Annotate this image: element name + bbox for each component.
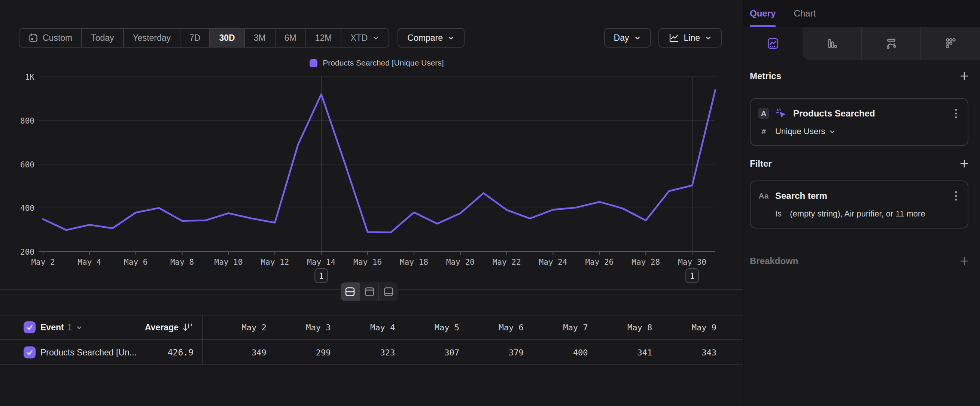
layout-toggle — [340, 282, 398, 301]
granularity-button[interactable]: Day — [604, 28, 651, 48]
funnels-icon — [825, 36, 839, 51]
event-column-header[interactable]: Event — [40, 322, 64, 333]
svg-text:1: 1 — [319, 272, 324, 280]
date-range-yesterday[interactable]: Yesterday — [124, 29, 180, 47]
table-only-icon — [383, 287, 394, 297]
filter-value[interactable]: (empty string), Air purifier, or 11 more — [790, 209, 925, 219]
x-axis-label: May 24 — [539, 258, 568, 267]
x-axis-label: May 10 — [215, 258, 243, 267]
row-checkbox[interactable] — [24, 346, 35, 358]
average-column-header[interactable]: Average — [145, 322, 202, 333]
date-range-12m[interactable]: 12M — [306, 29, 342, 47]
table-cell-value: 323 — [331, 348, 395, 357]
metric-name[interactable]: Products Searched — [793, 108, 875, 119]
annotation-badge[interactable]: 1 — [686, 269, 698, 283]
x-axis-label: May 26 — [585, 258, 614, 267]
date-range-30d[interactable]: 30D — [210, 29, 245, 47]
annotation-badge[interactable]: 1 — [315, 269, 328, 283]
layout-table-only-button[interactable] — [379, 282, 398, 301]
line-chart-icon — [668, 33, 679, 43]
x-axis-label: May 14 — [307, 258, 336, 267]
chevron-down-icon — [634, 34, 641, 41]
svg-text:1: 1 — [690, 272, 695, 280]
table-cell-value: 307 — [395, 348, 459, 357]
compare-button[interactable]: Compare — [398, 28, 465, 48]
event-click-icon — [775, 107, 787, 119]
date-range-3m[interactable]: 3M — [245, 29, 275, 47]
x-axis-label: May 28 — [632, 258, 660, 267]
report-type-tab-strip — [803, 27, 980, 60]
chevron-down-icon[interactable] — [76, 324, 83, 331]
filter-operator[interactable]: Is — [775, 209, 782, 219]
column-header[interactable]: May 3 — [267, 323, 331, 332]
string-property-icon: Aa — [758, 191, 769, 201]
y-axis-label: 400 — [20, 204, 35, 213]
table-cell-value: 341 — [588, 348, 652, 357]
date-range-xtd[interactable]: XTD — [341, 29, 388, 47]
series-line — [43, 90, 715, 232]
filter-section-header: Filter — [743, 157, 980, 170]
table-row-label-cell: Products Searched [Un... 426.9 — [0, 346, 202, 358]
tab-query[interactable]: Query — [750, 0, 776, 27]
chevron-down-icon — [372, 34, 380, 41]
calendar-icon — [29, 33, 38, 43]
metric-aggregation-row: # Unique Users — [758, 126, 959, 137]
x-axis-label: May 12 — [261, 258, 289, 267]
date-range-custom[interactable]: Custom — [19, 29, 82, 47]
tab-chart[interactable]: Chart — [794, 0, 816, 27]
flows-icon — [884, 36, 898, 51]
column-header[interactable]: May 9 — [652, 323, 716, 332]
sidebar-tabs: Query Chart — [743, 0, 980, 27]
table-cell-value: 400 — [524, 348, 588, 357]
tab-funnels[interactable] — [803, 27, 861, 60]
filter-condition-row: Is (empty string), Air purifier, or 11 m… — [758, 208, 959, 220]
x-axis-label: May 18 — [400, 258, 428, 267]
line-chart[interactable]: 2004006008001KMay 2May 4May 6May 8May 10… — [0, 73, 743, 287]
date-range-6m[interactable]: 6M — [275, 29, 306, 47]
column-header[interactable]: May 8 — [588, 323, 652, 332]
filter-title: Filter — [750, 158, 772, 169]
insights-report: Custom Today Yesterday 7D 30D 3M 6M 12M … — [0, 0, 980, 406]
add-breakdown-button[interactable] — [958, 255, 970, 267]
tab-insights[interactable] — [743, 27, 803, 60]
date-range-7d[interactable]: 7D — [180, 29, 210, 47]
insights-icon — [766, 36, 780, 51]
metric-card[interactable]: A Products Searched # Unique Users — [750, 98, 968, 146]
main-panel: Custom Today Yesterday 7D 30D 3M 6M 12M … — [0, 0, 743, 406]
add-metric-button[interactable] — [958, 70, 970, 82]
chart-only-icon — [364, 287, 375, 297]
legend-series-label: Products Searched [Unique Users] — [323, 59, 444, 67]
filter-card[interactable]: Aa Search term Is (empty string), Air pu… — [750, 180, 968, 228]
layout-split-view-button[interactable] — [340, 282, 360, 301]
add-filter-button[interactable] — [958, 158, 970, 170]
filter-property-name[interactable]: Search term — [775, 191, 827, 201]
y-axis-label: 800 — [20, 116, 35, 126]
column-header[interactable]: May 7 — [524, 323, 588, 332]
chart-legend: Products Searched [Unique Users] — [38, 59, 715, 67]
table-row: Products Searched [Un... 426.9 349299323… — [0, 341, 743, 365]
aggregation-selector[interactable]: Unique Users — [775, 127, 836, 136]
metric-letter-badge: A — [758, 108, 769, 119]
column-header[interactable]: May 6 — [459, 323, 524, 332]
select-all-checkbox[interactable] — [24, 322, 35, 333]
metric-kebab-menu[interactable] — [953, 107, 959, 121]
column-header[interactable]: May 4 — [331, 323, 395, 332]
column-header[interactable]: May 5 — [395, 323, 459, 332]
metrics-section-header: Metrics — [743, 70, 980, 83]
chevron-down-icon — [447, 34, 455, 41]
metric-card-row: A Products Searched — [758, 107, 959, 120]
date-range-today[interactable]: Today — [82, 29, 124, 47]
breakdown-section-header: Breakdown — [743, 255, 980, 267]
column-header[interactable]: May 2 — [202, 323, 267, 332]
tab-retention[interactable] — [921, 27, 980, 60]
filter-kebab-menu[interactable] — [953, 189, 959, 203]
chart-type-button[interactable]: Line — [659, 28, 722, 48]
chart-display-controls: Day Line — [604, 28, 722, 48]
layout-chart-only-button[interactable] — [360, 282, 380, 301]
row-series-label: Products Searched [Un... — [40, 347, 137, 358]
x-axis-label: May 22 — [493, 258, 521, 267]
tab-flows[interactable] — [861, 27, 921, 60]
table-column-separator — [202, 315, 202, 365]
x-axis-label: May 2 — [31, 258, 55, 267]
table-row-values: 349299323307379400341343 — [202, 341, 716, 365]
